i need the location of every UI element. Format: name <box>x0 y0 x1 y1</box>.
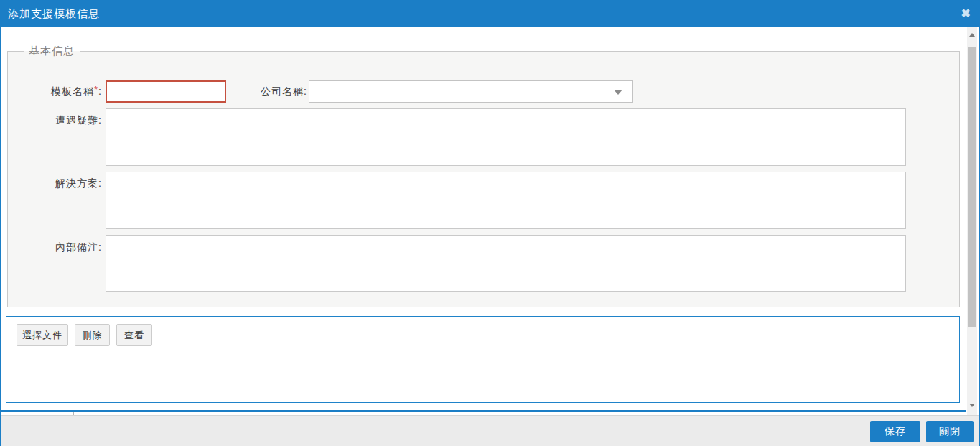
attachment-panel: 選擇文件 刪除 查看 <box>6 316 960 403</box>
delete-file-button[interactable]: 刪除 <box>75 324 110 346</box>
required-asterisk: * <box>94 84 98 95</box>
close-button[interactable]: 關閉 <box>926 421 974 442</box>
scrollbar-thumb[interactable] <box>968 47 976 327</box>
company-name-select[interactable] <box>309 80 633 103</box>
close-icon[interactable]: ✖ <box>961 0 971 27</box>
company-name-label: 公司名稱: <box>207 80 307 103</box>
scroll-down-icon[interactable] <box>967 399 977 411</box>
dialog-titlebar: 添加支援模板信息 ✖ <box>0 0 980 27</box>
save-button[interactable]: 保存 <box>870 421 920 442</box>
dialog-footer: 保存 關閉 <box>1 415 979 446</box>
difficulty-label: 遭遇疑難: <box>0 113 102 127</box>
vertical-scrollbar[interactable] <box>967 27 977 415</box>
add-support-template-dialog: 添加支援模板信息 ✖ 基本信息 模板名稱*: 公司名稱: 遭遇疑難: 解決方案:… <box>0 0 980 446</box>
view-file-button[interactable]: 查看 <box>116 324 152 346</box>
template-name-label: 模板名稱*: <box>0 80 102 103</box>
choose-file-button[interactable]: 選擇文件 <box>17 324 68 346</box>
internal-note-label: 內部備注: <box>0 240 102 254</box>
dialog-title: 添加支援模板信息 <box>8 0 100 27</box>
internal-note-textarea[interactable] <box>106 235 906 292</box>
scroll-up-icon[interactable] <box>967 29 977 40</box>
chevron-down-icon <box>614 90 622 95</box>
solution-textarea[interactable] <box>106 172 906 229</box>
basic-info-legend: 基本信息 <box>24 45 80 58</box>
solution-label: 解決方案: <box>0 176 102 190</box>
difficulty-textarea[interactable] <box>106 108 906 166</box>
partial-table-edge <box>1 410 966 415</box>
